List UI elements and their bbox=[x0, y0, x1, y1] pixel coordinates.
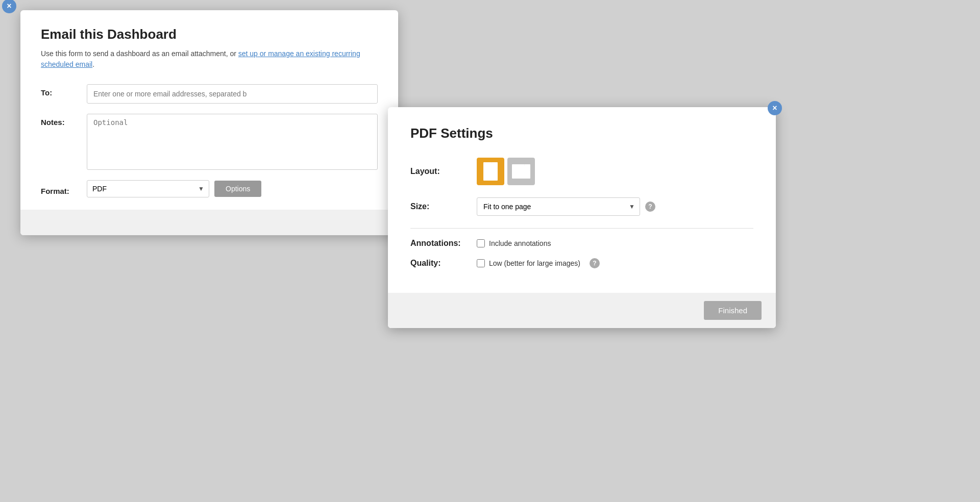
options-button[interactable]: Options bbox=[214, 181, 261, 197]
quality-checkbox[interactable] bbox=[477, 259, 485, 267]
email-modal-description: Use this form to send a dashboard as an … bbox=[41, 48, 378, 70]
quality-check-group: Low (better for large images) ? bbox=[477, 258, 600, 268]
to-input[interactable] bbox=[87, 84, 378, 104]
pdf-close-icon: × bbox=[772, 104, 777, 112]
portrait-page-icon bbox=[483, 162, 498, 181]
format-select-wrapper: PDF PNG CSV ▼ bbox=[87, 180, 209, 197]
email-close-icon: × bbox=[7, 2, 11, 10]
layout-portrait-button[interactable] bbox=[477, 158, 504, 185]
pdf-divider bbox=[410, 228, 753, 229]
quality-check-label[interactable]: Low (better for large images) bbox=[489, 259, 580, 267]
quality-row: Quality: Low (better for large images) ? bbox=[410, 258, 753, 268]
quality-label: Quality: bbox=[410, 259, 477, 268]
finished-button[interactable]: Finished bbox=[704, 301, 762, 320]
size-label: Size: bbox=[410, 202, 477, 211]
format-select[interactable]: PDF PNG CSV bbox=[87, 180, 209, 197]
layout-row: Layout: bbox=[410, 158, 753, 185]
annotations-label: Annotations: bbox=[410, 239, 477, 248]
landscape-page-icon bbox=[512, 164, 530, 179]
size-select-wrapper: Fit to one page Letter A4 Tabloid ▼ bbox=[477, 197, 640, 216]
annotations-row: Annotations: Include annotations bbox=[410, 239, 753, 248]
size-row: Size: Fit to one page Letter A4 Tabloid … bbox=[410, 197, 753, 216]
pdf-settings-modal: PDF Settings Layout: Size: bbox=[388, 107, 776, 328]
notes-row: Notes: bbox=[41, 114, 378, 170]
pdf-modal-footer: Finished bbox=[388, 293, 776, 328]
pdf-modal-close-button[interactable]: × bbox=[768, 101, 782, 115]
pdf-modal-title: PDF Settings bbox=[410, 126, 753, 141]
notes-textarea[interactable] bbox=[87, 114, 378, 170]
layout-label: Layout: bbox=[410, 167, 477, 176]
format-row: Format: PDF PNG CSV ▼ Options bbox=[41, 180, 378, 197]
layout-landscape-button[interactable] bbox=[507, 158, 535, 185]
email-desc-start: Use this form to send a dashboard as an … bbox=[41, 49, 238, 58]
email-modal-close-button[interactable]: × bbox=[2, 0, 16, 13]
annotations-check-label[interactable]: Include annotations bbox=[489, 239, 551, 247]
email-modal-title: Email this Dashboard bbox=[41, 27, 378, 42]
quality-help-icon[interactable]: ? bbox=[590, 258, 600, 268]
email-dashboard-modal: Email this Dashboard Use this form to se… bbox=[20, 10, 398, 235]
notes-label: Notes: bbox=[41, 114, 87, 127]
annotations-check-group: Include annotations bbox=[477, 239, 551, 247]
pdf-settings-modal-container: × PDF Settings Layout: bbox=[388, 107, 776, 328]
email-modal-footer bbox=[20, 210, 398, 235]
layout-icons-group bbox=[477, 158, 535, 185]
annotations-checkbox[interactable] bbox=[477, 239, 485, 247]
format-label: Format: bbox=[41, 183, 87, 195]
to-label: To: bbox=[41, 84, 87, 97]
email-desc-end: . bbox=[92, 60, 94, 68]
size-help-icon[interactable]: ? bbox=[645, 202, 655, 212]
size-select[interactable]: Fit to one page Letter A4 Tabloid bbox=[477, 197, 640, 216]
to-row: To: bbox=[41, 84, 378, 104]
